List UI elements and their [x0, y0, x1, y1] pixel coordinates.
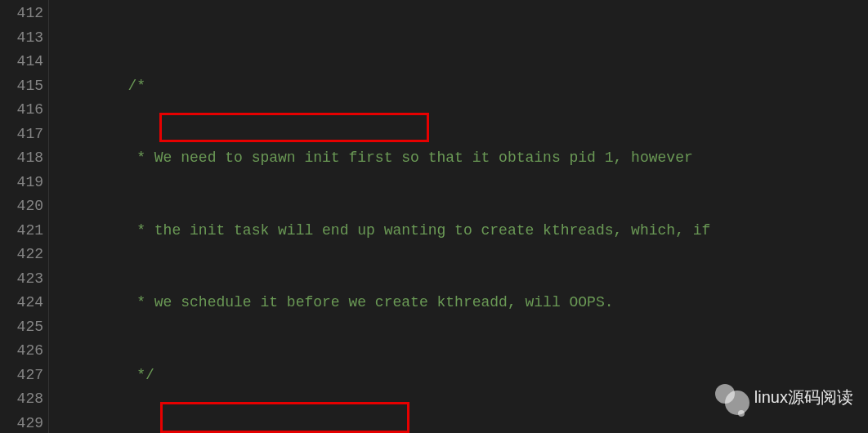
line-number: 417	[0, 123, 43, 147]
line-number: 426	[0, 339, 43, 364]
code-line[interactable]: /*	[57, 74, 868, 99]
comment: * We need to spawn init first so that it…	[136, 150, 693, 166]
line-number: 421	[0, 219, 43, 243]
comment: */	[136, 367, 154, 383]
line-number: 412	[0, 2, 43, 26]
line-number: 420	[0, 194, 43, 219]
code-area[interactable]: /* * We need to spawn init first so that…	[49, 0, 868, 433]
line-number: 427	[0, 364, 43, 388]
line-number: 415	[0, 74, 43, 99]
line-number: 422	[0, 243, 43, 267]
code-line[interactable]: * the init task will end up wanting to c…	[57, 219, 868, 243]
line-number-gutter: 412 413 414 415 416 417 418 419 420 421 …	[0, 0, 49, 433]
line-number: 419	[0, 171, 43, 195]
comment: * we schedule it before we create kthrea…	[136, 294, 613, 310]
code-line[interactable]: * we schedule it before we create kthrea…	[57, 291, 868, 315]
line-number: 413	[0, 26, 43, 51]
code-editor[interactable]: 412 413 414 415 416 417 418 419 420 421 …	[0, 0, 868, 433]
line-number: 418	[0, 146, 43, 171]
line-number: 416	[0, 98, 43, 123]
line-number: 414	[0, 50, 43, 74]
line-number: 428	[0, 387, 43, 412]
code-line[interactable]: */	[57, 364, 868, 388]
comment: * the init task will end up wanting to c…	[136, 222, 710, 239]
line-number: 424	[0, 291, 43, 315]
line-number: 429	[0, 412, 43, 434]
line-number: 425	[0, 315, 43, 340]
comment: /*	[128, 78, 145, 94]
code-line[interactable]: * We need to spawn init first so that it…	[57, 146, 868, 171]
line-number: 423	[0, 267, 43, 292]
